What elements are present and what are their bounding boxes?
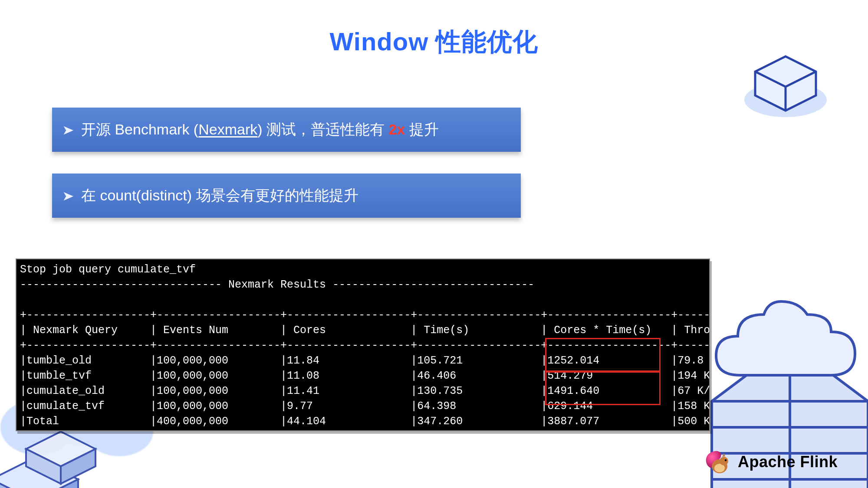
nexmark-link[interactable]: Nexmark [198, 121, 257, 138]
terminal-row-3: |cumulate_old |100,000,000 |11.41 |130.7… [20, 385, 710, 397]
svg-marker-4 [26, 449, 61, 484]
bullet-2-text: 在 count(distinct) 场景会有更好的性能提升 [81, 186, 358, 206]
terminal-line-rule: ------------------------------- Nexmark … [20, 278, 534, 291]
svg-point-18 [725, 459, 727, 461]
page-title: Window 性能优化 [0, 25, 868, 59]
terminal-border-top: +-------------------+-------------------… [20, 309, 710, 321]
cloud-cube-icon [738, 52, 851, 121]
svg-marker-7 [755, 56, 816, 111]
bullet-2: ➤ 在 count(distinct) 场景会有更好的性能提升 [52, 174, 521, 218]
terminal-row-2: |tumble_tvf |100,000,000 |11.08 |46.406 … [20, 370, 710, 382]
terminal-row-4: |cumulate_tvf |100,000,000 |9.77 |64.398… [20, 400, 710, 413]
svg-marker-1 [0, 479, 35, 488]
speedup-highlight: 2x [388, 121, 405, 138]
terminal-row-5: |Total |400,000,000 |44.104 |347.260 |38… [20, 415, 710, 428]
terminal-line-stop: Stop job query cumulate_tvf [20, 263, 196, 276]
svg-marker-5 [61, 449, 95, 484]
terminal-output: Stop job query cumulate_tvf ------------… [16, 259, 710, 431]
flink-squirrel-icon [703, 448, 731, 476]
terminal-row-1: |tumble_old |100,000,000 |11.84 |105.721… [20, 354, 710, 367]
svg-point-17 [720, 457, 728, 465]
bullet-1-pre: 开源 Benchmark ( [81, 121, 198, 138]
svg-marker-3 [26, 432, 95, 466]
chevron-right-icon: ➤ [62, 188, 74, 203]
bullet-1: ➤ 开源 Benchmark (Nexmark) 测试，普适性能有 2x 提升 [52, 108, 521, 152]
svg-marker-2 [35, 479, 78, 488]
terminal-border-bot: +-------------------+-------------------… [20, 430, 710, 431]
apache-flink-label: Apache Flink [738, 453, 838, 471]
bullet-1-post2: 提升 [405, 121, 438, 138]
terminal-border-mid: +-------------------+-------------------… [20, 339, 710, 352]
bullet-1-text: 开源 Benchmark (Nexmark) 测试，普适性能有 2x 提升 [81, 120, 439, 140]
terminal-header: | Nexmark Query | Events Num | Cores | T… [20, 324, 710, 337]
apache-flink-brand: Apache Flink [703, 448, 838, 476]
bullet-1-post1: ) 测试，普适性能有 [257, 121, 388, 138]
svg-marker-0 [0, 458, 78, 488]
svg-point-6 [744, 82, 827, 117]
chevron-right-icon: ➤ [62, 122, 74, 138]
